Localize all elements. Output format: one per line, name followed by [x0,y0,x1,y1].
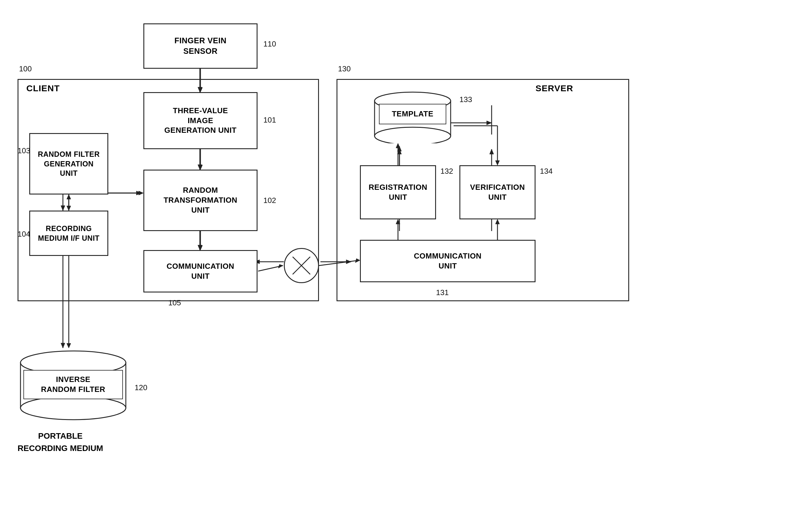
template-label: TEMPLATE [392,109,433,119]
ref-101: 101 [263,115,276,125]
ref-132: 132 [440,167,453,176]
random-filter-gen-box: RANDOM FILTERGENERATIONUNIT [29,133,108,194]
verification-unit-box: VERIFICATIONUNIT [460,165,536,220]
diagram: FINGER VEINSENSOR 110 CLIENT 100 THREE-V… [0,0,798,532]
finger-vein-sensor-label: FINGER VEINSENSOR [174,36,226,56]
inverse-random-filter-label: INVERSERANDOM FILTER [41,375,105,395]
three-value-label: THREE-VALUEIMAGEGENERATION UNIT [165,106,237,135]
random-transformation-label: RANDOMTRANSFORMATIONUNIT [164,186,237,215]
communication-unit-server-box: COMMUNICATIONUNIT [360,240,536,282]
portable-label: PORTABLERECORDING MEDIUM [18,431,103,453]
registration-unit-box: REGISTRATIONUNIT [360,165,436,220]
ref-102: 102 [263,196,276,205]
comm-unit-server-label: COMMUNICATIONUNIT [414,251,481,271]
three-value-image-box: THREE-VALUEIMAGEGENERATION UNIT [143,92,258,149]
recording-medium-if-label: RECORDINGMEDIUM I/F UNIT [38,224,99,243]
ref-134: 134 [540,167,553,176]
svg-point-34 [375,127,451,143]
ref-110: 110 [263,39,276,49]
finger-vein-sensor-box: FINGER VEINSENSOR [143,23,258,69]
client-label: CLIENT [26,83,60,93]
ref-104: 104 [18,230,30,239]
ref-130: 130 [338,64,351,73]
random-filter-gen-label: RANDOM FILTERGENERATIONUNIT [38,149,100,178]
server-label: SERVER [536,83,573,93]
svg-marker-12 [61,343,65,348]
comm-unit-client-label: COMMUNICATIONUNIT [167,262,234,281]
communication-unit-client-box: COMMUNICATIONUNIT [143,250,258,292]
x-symbol [290,254,313,277]
ref-131: 131 [436,288,449,297]
ref-120: 120 [135,383,147,392]
ref-133: 133 [460,95,472,104]
svg-point-37 [20,396,126,420]
recording-medium-if-box: RECORDINGMEDIUM I/F UNIT [29,211,108,256]
ref-105: 105 [168,298,181,307]
registration-unit-label: REGISTRATIONUNIT [369,183,428,203]
ref-100: 100 [19,64,32,73]
verification-unit-label: VERIFICATIONUNIT [470,183,525,203]
svg-marker-51 [67,343,71,348]
template-box: TEMPLATE [379,104,446,124]
circle-x [284,248,319,283]
portable-recording-medium-label: PORTABLERECORDING MEDIUM [18,430,103,455]
random-transformation-box: RANDOMTRANSFORMATIONUNIT [143,170,258,231]
ref-103: 103 [18,146,30,155]
inverse-random-filter-box: INVERSERANDOM FILTER [23,370,123,399]
